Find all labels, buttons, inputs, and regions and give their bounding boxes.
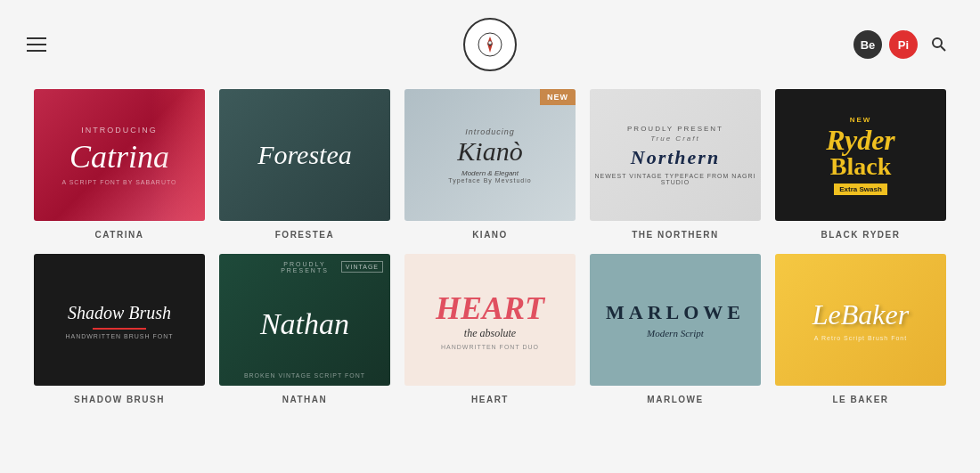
card-blackryder[interactable]: NEW Ryder Black Extra Swash BLACK RYDER	[768, 89, 953, 250]
lebaker-label: LE BAKER	[832, 395, 888, 404]
nathan-font-display: Nathan	[260, 307, 349, 341]
forestea-label: FORESTEA	[275, 230, 334, 240]
card-shadowbrush[interactable]: Shadow Brush HANDWRITTEN BRUSH FONT SHAD…	[27, 254, 212, 415]
card-image-northern: PROUDLY PRESENT True Craft Northern NEWE…	[590, 89, 761, 221]
logo[interactable]	[463, 18, 517, 71]
card-image-shadowbrush: Shadow Brush HANDWRITTEN BRUSH FONT	[34, 254, 205, 386]
row-2: Shadow Brush HANDWRITTEN BRUSH FONT SHAD…	[0, 254, 980, 415]
header: Be Pi	[0, 0, 980, 89]
nathan-label: NATHAN	[282, 395, 327, 404]
svg-line-3	[941, 46, 945, 51]
header-left	[27, 37, 46, 52]
row-1: INTRODUCING Catrina A SCRIPT FONT BY SAB…	[0, 89, 980, 250]
card-image-marlowe: MARLOWE Modern Script	[590, 254, 761, 386]
logo-circle	[463, 18, 517, 71]
header-right: Be Pi	[853, 30, 953, 59]
card-image-lebaker: LeBaker A Retro Script Brush Font	[775, 254, 946, 386]
marlowe-label: MARLOWE	[647, 395, 703, 404]
northern-label: THE NORTHERN	[632, 230, 718, 240]
new-badge: NEW	[540, 89, 576, 105]
card-image-nathan: PROUDLY PRESENTS Nathan BROKEN VINTAGE S…	[219, 254, 390, 386]
svg-point-1	[488, 41, 492, 45]
logo-icon	[477, 31, 503, 58]
card-kiano[interactable]: NEW Introducing Kianò Modern & Elegant T…	[397, 89, 583, 250]
heart-font-display: HEART	[436, 290, 544, 327]
card-image-kiano: NEW Introducing Kianò Modern & Elegant T…	[404, 89, 576, 221]
lebaker-font-display: LeBaker	[813, 298, 909, 331]
behance-button[interactable]: Be	[853, 30, 882, 59]
kiano-font-display: Kianò	[448, 136, 531, 167]
catrina-label: CATRINA	[95, 230, 144, 240]
blackryder-label: BLACK RYDER	[821, 230, 901, 240]
font-grid: INTRODUCING Catrina A SCRIPT FONT BY SAB…	[0, 89, 980, 415]
card-image-heart: HEART the absolute HANDWRITTEN FONT DUO	[404, 254, 576, 386]
card-northern[interactable]: PROUDLY PRESENT True Craft Northern NEWE…	[583, 89, 768, 250]
card-forestea[interactable]: Forestea FORESTEA	[212, 89, 397, 250]
shadowbrush-font-display: Shadow Brush	[65, 301, 173, 324]
menu-button[interactable]	[27, 37, 46, 52]
card-catrina[interactable]: INTRODUCING Catrina A SCRIPT FONT BY SAB…	[27, 89, 212, 250]
card-image-forestea: Forestea	[219, 89, 390, 221]
card-lebaker[interactable]: LeBaker A Retro Script Brush Font LE BAK…	[768, 254, 953, 415]
marlowe-font-display: MARLOWE	[606, 301, 745, 324]
card-nathan[interactable]: PROUDLY PRESENTS Nathan BROKEN VINTAGE S…	[212, 254, 397, 415]
pinterest-button[interactable]: Pi	[889, 30, 918, 59]
svg-point-2	[933, 38, 942, 47]
card-image-blackryder: NEW Ryder Black Extra Swash	[775, 89, 946, 221]
search-button[interactable]	[925, 30, 953, 59]
card-image-catrina: INTRODUCING Catrina A SCRIPT FONT BY SAB…	[34, 89, 205, 221]
heart-label: HEART	[471, 395, 509, 404]
card-heart[interactable]: HEART the absolute HANDWRITTEN FONT DUO …	[397, 254, 583, 415]
card-marlowe[interactable]: MARLOWE Modern Script MARLOWE	[583, 254, 768, 415]
shadowbrush-label: SHADOW BRUSH	[74, 395, 165, 404]
northern-font-display: Northern	[590, 146, 761, 169]
kiano-label: KIANO	[472, 230, 508, 240]
forestea-font-display: Forestea	[257, 140, 352, 170]
